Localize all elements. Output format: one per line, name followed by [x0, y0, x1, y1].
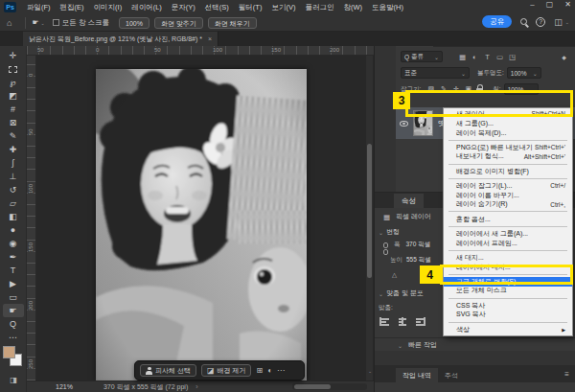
menu-item[interactable]: 레이어에서 프레임... — [444, 239, 572, 248]
shape-filter-icon[interactable]: ▭ — [494, 53, 506, 61]
status-chevron-icon[interactable]: › — [196, 383, 197, 390]
fit-screen-button[interactable]: 화면 맞추기 — [154, 17, 203, 29]
document-image[interactable] — [96, 69, 307, 380]
gradient-tool[interactable]: ◧ — [3, 210, 24, 223]
lock-paint-icon[interactable]: ✎ — [437, 85, 449, 93]
document-canvas[interactable] — [36, 56, 374, 380]
menu-문자[interactable]: 문자(Y) — [167, 3, 200, 12]
remove-background-button[interactable]: ◪ 배경 제거 — [201, 364, 252, 377]
quick-actions-section[interactable]: ⌄ 빠른 작업 — [375, 337, 575, 352]
menu-item[interactable]: 모든 개체 마스크 — [444, 287, 572, 296]
brush-tool[interactable]: ʃ — [3, 156, 24, 170]
filter-pin-icon[interactable]: ◆ — [558, 54, 570, 60]
menu-도움말[interactable]: 도움말(H) — [367, 3, 408, 12]
healing-brush-tool[interactable]: ✚ — [3, 143, 24, 156]
align-right-icon[interactable] — [414, 317, 425, 326]
canvas-horizontal-scrollbar[interactable] — [292, 383, 367, 390]
menu-item[interactable]: 고급 개체로 변환(S) — [444, 277, 572, 287]
lock-transparency-icon[interactable]: ▨ — [425, 85, 437, 93]
menu-item[interactable]: PNG으(로) 빠른 내보내기Shift+Ctrl+' — [444, 143, 572, 152]
blur-tool[interactable]: ● — [3, 223, 24, 237]
scrollbar-thumb[interactable] — [367, 144, 372, 278]
marquee-tool[interactable] — [3, 62, 24, 76]
eraser-tool[interactable]: ▱ — [3, 196, 24, 210]
tab-close-icon[interactable]: × — [208, 35, 212, 42]
blend-mode-select[interactable]: 표준 ⌄ — [401, 67, 470, 79]
tab-작업 내역[interactable]: 작업 내역 — [396, 368, 438, 382]
crop-tool[interactable]: # — [3, 103, 24, 116]
align-center-icon[interactable] — [397, 317, 407, 326]
fill-screen-button[interactable]: 화면 채우기 — [208, 17, 257, 29]
select-subject-button[interactable]: 피사체 선택 — [140, 364, 196, 377]
link-dimensions-icon[interactable] — [382, 242, 389, 257]
menu-item[interactable]: 내보내기 형식...Alt+Shift+Ctrl+' — [444, 152, 572, 162]
menu-item[interactable]: 새 대지... — [444, 253, 572, 263]
menu-item[interactable]: 레이어에서 새 그룹(A)... — [444, 229, 572, 239]
lasso-tool[interactable]: ℘ — [3, 76, 24, 89]
pen-tool[interactable]: ✒ — [3, 250, 24, 264]
lock-position-icon[interactable]: ✛ — [449, 85, 462, 93]
maximize-icon[interactable]: ▢ — [546, 0, 554, 9]
height-value[interactable]: 555 픽셀 — [406, 256, 431, 265]
path-selection-tool[interactable]: ▶ — [3, 277, 24, 290]
frame-tool[interactable]: ⊠ — [3, 116, 24, 129]
edit-toolbar[interactable]: ⋯ — [3, 331, 24, 344]
menu-item[interactable]: 색상▶ — [444, 325, 572, 334]
eyedropper-tool[interactable]: ✎ — [3, 129, 24, 143]
object-selection-tool[interactable]: ◩ — [3, 89, 24, 103]
chevron-down-icon[interactable]: ⌄ — [565, 19, 569, 25]
clone-stamp-tool[interactable]: ⊥ — [3, 170, 24, 183]
fill-field[interactable]: 100% ⌄ — [504, 83, 539, 95]
minimize-icon[interactable]: – — [530, 0, 534, 9]
menu-item[interactable]: 혼합 옵션... — [444, 215, 572, 224]
width-value[interactable]: 370 픽셀 — [406, 241, 431, 249]
lock-artboard-icon[interactable]: ▣ — [462, 85, 474, 93]
more-options-icon[interactable]: ⋯ — [277, 366, 285, 375]
canvas-vertical-scrollbar[interactable] — [366, 56, 373, 380]
smart-object-filter-icon[interactable]: ◳ — [506, 53, 518, 61]
adjustment-filter-icon[interactable]: ◐ — [469, 53, 481, 61]
rotate-angle-icon[interactable]: △ — [392, 271, 397, 279]
zoom-tool[interactable]: Q — [3, 317, 24, 331]
foreground-color-swatch[interactable] — [3, 346, 15, 358]
panel-menu-icon[interactable]: ≡ — [564, 372, 569, 378]
opacity-field[interactable]: 100% ⌄ — [507, 67, 541, 79]
menu-item[interactable]: CSS 복사 — [444, 301, 572, 311]
share-button[interactable]: 공유 — [482, 15, 512, 28]
align-left-icon[interactable] — [380, 317, 390, 326]
rectangle-tool[interactable]: ▭ — [3, 290, 24, 304]
menu-편집[interactable]: 편집(E) — [56, 3, 89, 12]
scroll-all-windows-checkbox[interactable] — [53, 19, 59, 26]
chevron-down-icon[interactable]: ⌄ — [41, 20, 45, 26]
zoom-level-field[interactable]: 121% — [56, 383, 73, 390]
tab-주석[interactable]: 주석 — [438, 368, 465, 382]
tab-properties[interactable]: 속성 — [394, 194, 424, 208]
menu-보기[interactable]: 보기(V) — [266, 3, 300, 12]
move-tool[interactable]: ✛ — [3, 49, 24, 62]
layer-visibility-eye-icon[interactable] — [400, 121, 408, 127]
history-brush-tool[interactable]: ↺ — [3, 183, 24, 196]
menu-item[interactable]: 새 레이어...Shift+Ctrl+N — [444, 109, 572, 119]
menu-필터[interactable]: 필터(T) — [234, 3, 267, 12]
menu-item[interactable]: 배경으로 이미지 병합(F) — [444, 167, 572, 176]
lock-all-icon[interactable] — [476, 88, 483, 93]
document-tab[interactable]: 낡은사진 복원_Before.png @ 121% (옛날 사진, RGB/8#… — [23, 32, 218, 46]
menu-item[interactable]: 레이어 숨기기(R)Ctrl+, — [444, 200, 572, 210]
contrast-icon[interactable]: ◐ — [267, 366, 272, 375]
dodge-tool[interactable]: ◉ — [3, 237, 24, 250]
menu-item[interactable]: 레이어 잠그기(L)...Ctrl+/ — [444, 181, 572, 191]
hand-tool[interactable]: ☛ — [3, 304, 24, 317]
menu-이미지[interactable]: 이미지(I) — [89, 3, 127, 12]
menu-파일[interactable]: 파일(F) — [22, 3, 56, 12]
layer-filter-kind-select[interactable]: Q 종류 ⌄ — [401, 51, 443, 62]
menu-item[interactable]: SVG 복사 — [444, 311, 572, 320]
menu-item[interactable]: 레이어 복제(D)... — [444, 128, 572, 138]
quick-mask-icon[interactable]: ◨ — [0, 376, 27, 384]
menu-item[interactable]: 새 그룹(G)... — [444, 119, 572, 128]
type-filter-icon[interactable]: T — [481, 53, 494, 61]
menu-item[interactable]: 레이어에서 대지... — [444, 263, 572, 272]
menu-플러그인[interactable]: 플러그인 — [300, 3, 338, 12]
layer-thumbnail[interactable] — [413, 110, 433, 136]
chevron-down-icon[interactable]: ⌄ — [379, 229, 383, 236]
transform-icon[interactable]: ⊞ — [256, 366, 263, 375]
